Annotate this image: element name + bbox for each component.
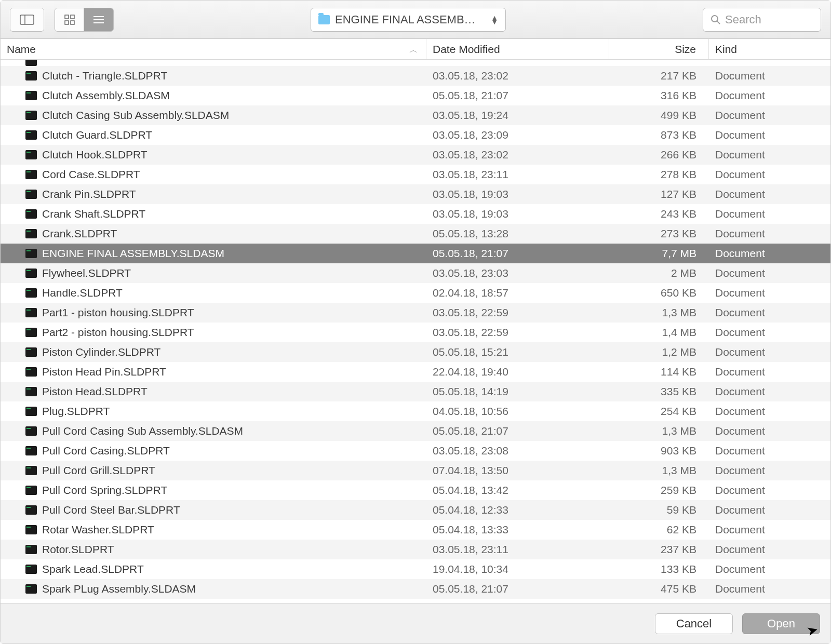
file-list[interactable]: Clutch - Triangle.SLDPRT03.05.18, 23:022… — [1, 60, 830, 603]
table-row[interactable]: Pull Cord Casing.SLDPRT03.05.18, 23:0890… — [1, 441, 830, 461]
table-row[interactable]: Clutch Casing Sub Assembly.SLDASM03.05.1… — [1, 105, 830, 125]
file-size: 114 KB — [609, 366, 709, 378]
file-size: 903 KB — [609, 445, 709, 457]
table-row[interactable]: Part2 - piston housing.SLDPRT03.05.18, 2… — [1, 323, 830, 342]
file-kind: Document — [709, 484, 830, 497]
file-name: Part2 - piston housing.SLDPRT — [42, 326, 194, 339]
file-date: 03.05.18, 23:08 — [426, 445, 609, 457]
file-name: Pull Cord Steel Bar.SLDPRT — [42, 504, 180, 516]
file-size: 1,3 MB — [609, 464, 709, 477]
file-name: Rotor.SLDPRT — [42, 543, 114, 556]
search-placeholder: Search — [725, 13, 761, 26]
file-date: 05.05.18, 13:28 — [426, 227, 609, 240]
sidebar-icon — [20, 15, 34, 25]
svg-rect-3 — [71, 15, 74, 19]
file-icon — [25, 209, 37, 219]
file-icon — [25, 308, 37, 317]
file-date: 03.05.18, 23:09 — [426, 129, 609, 141]
table-row[interactable]: Piston Head Pin.SLDPRT22.04.18, 19:40114… — [1, 362, 830, 382]
file-icon — [25, 150, 37, 159]
header-size[interactable]: Size — [609, 39, 709, 59]
file-icon — [25, 545, 37, 554]
path-dropdown[interactable]: ENGINE FINAL ASSEMB… ▲▼ — [311, 8, 506, 32]
table-row[interactable]: Pull Cord Steel Bar.SLDPRT05.04.18, 12:3… — [1, 500, 830, 520]
sidebar-toggle-button[interactable] — [10, 8, 44, 31]
dialog-footer: Cancel Open — [1, 603, 830, 643]
file-name: Part1 - piston housing.SLDPRT — [42, 306, 194, 319]
table-row[interactable]: Clutch Guard.SLDPRT03.05.18, 23:09873 KB… — [1, 125, 830, 145]
header-name[interactable]: Name 〈 — [1, 39, 426, 59]
table-row[interactable]: Part1 - piston housing.SLDPRT03.05.18, 2… — [1, 303, 830, 323]
view-mode-group — [55, 8, 114, 32]
file-open-dialog: ENGINE FINAL ASSEMB… ▲▼ Search Name 〈 Da… — [0, 0, 831, 644]
file-size: 133 KB — [609, 563, 709, 575]
table-row[interactable]: Piston Head.SLDPRT05.05.18, 14:19335 KBD… — [1, 382, 830, 401]
table-row[interactable]: Spark Lead.SLDPRT19.04.18, 10:34133 KBDo… — [1, 559, 830, 579]
svg-rect-4 — [65, 21, 69, 24]
icon-view-button[interactable] — [55, 8, 84, 31]
table-row[interactable]: Rotar Washer.SLDPRT05.04.18, 13:3362 KBD… — [1, 520, 830, 540]
file-size: 127 KB — [609, 188, 709, 200]
file-name: Plug.SLDPRT — [42, 405, 110, 418]
search-field[interactable]: Search — [703, 8, 821, 32]
file-icon — [25, 111, 37, 120]
file-size: 259 KB — [609, 484, 709, 497]
file-date: 03.05.18, 23:02 — [426, 149, 609, 161]
file-kind: Document — [709, 405, 830, 418]
table-row[interactable]: Clutch Assembly.SLDASM05.05.18, 21:07316… — [1, 86, 830, 105]
list-view-button[interactable] — [84, 8, 113, 31]
file-name: Pull Cord Grill.SLDPRT — [42, 464, 155, 477]
table-row[interactable]: Crank Pin.SLDPRT03.05.18, 19:03127 KBDoc… — [1, 184, 830, 204]
open-button[interactable]: Open — [742, 613, 820, 634]
file-icon — [25, 367, 37, 377]
file-size: 62 KB — [609, 524, 709, 536]
table-row[interactable]: Spark PLug Assembly.SLDASM05.05.18, 21:0… — [1, 579, 830, 599]
file-name: Crank Pin.SLDPRT — [42, 188, 136, 200]
file-kind: Document — [709, 247, 830, 260]
file-kind: Document — [709, 366, 830, 378]
table-row[interactable]: Clutch - Triangle.SLDPRT03.05.18, 23:022… — [1, 66, 830, 86]
table-row[interactable]: Piston Cylinder.SLDPRT05.05.18, 15:211,2… — [1, 342, 830, 362]
file-date: 03.05.18, 22:59 — [426, 306, 609, 319]
svg-line-10 — [717, 21, 720, 24]
file-name: Flywheel.SLDPRT — [42, 267, 131, 279]
file-icon — [25, 269, 37, 278]
file-icon — [25, 130, 37, 140]
table-row[interactable]: Pull Cord Casing Sub Assembly.SLDASM05.0… — [1, 421, 830, 441]
file-name: Rotar Washer.SLDPRT — [42, 524, 154, 536]
file-date: 05.04.18, 13:33 — [426, 524, 609, 536]
file-name: Pull Cord Casing Sub Assembly.SLDASM — [42, 425, 243, 437]
file-kind: Document — [709, 188, 830, 200]
file-icon — [25, 249, 37, 258]
file-kind: Document — [709, 425, 830, 437]
table-row[interactable]: Cord Case.SLDPRT03.05.18, 23:11278 KBDoc… — [1, 165, 830, 184]
cancel-button[interactable]: Cancel — [655, 613, 733, 634]
file-name: Clutch Guard.SLDPRT — [42, 129, 152, 141]
file-date: 19.04.18, 10:34 — [426, 563, 609, 575]
file-icon — [25, 466, 37, 475]
header-date-modified[interactable]: Date Modified — [426, 39, 609, 59]
file-icon — [25, 60, 37, 66]
table-row[interactable]: Plug.SLDPRT04.05.18, 10:56254 KBDocument — [1, 401, 830, 421]
table-row[interactable]: ENGINE FINAL ASSEMBLY.SLDASM05.05.18, 21… — [1, 244, 830, 263]
table-row[interactable]: Handle.SLDPRT02.04.18, 18:57650 KBDocume… — [1, 283, 830, 303]
table-row[interactable]: Clutch Hook.SLDPRT03.05.18, 23:02266 KBD… — [1, 145, 830, 165]
file-icon — [25, 288, 37, 298]
header-kind[interactable]: Kind — [709, 39, 830, 59]
file-name: Spark Lead.SLDPRT — [42, 563, 144, 575]
file-size: 1,4 MB — [609, 326, 709, 339]
file-size: 475 KB — [609, 583, 709, 595]
file-date: 05.05.18, 21:07 — [426, 425, 609, 437]
table-row[interactable]: Pull Cord Grill.SLDPRT07.04.18, 13:501,3… — [1, 461, 830, 480]
file-date: 03.05.18, 23:02 — [426, 70, 609, 82]
table-row[interactable]: Flywheel.SLDPRT03.05.18, 23:032 MBDocume… — [1, 263, 830, 283]
table-row[interactable]: Crank Shaft.SLDPRT03.05.18, 19:03243 KBD… — [1, 204, 830, 224]
table-row[interactable]: Crank.SLDPRT05.05.18, 13:28273 KBDocumen… — [1, 224, 830, 244]
table-row[interactable]: Pull Cord Spring.SLDPRT05.04.18, 13:4225… — [1, 480, 830, 500]
table-row-partial[interactable] — [1, 60, 830, 66]
file-size: 243 KB — [609, 208, 709, 220]
table-row[interactable]: Rotor.SLDPRT03.05.18, 23:11237 KBDocumen… — [1, 540, 830, 559]
file-size: 499 KB — [609, 109, 709, 122]
chevron-updown-icon: ▲▼ — [491, 16, 498, 24]
file-date: 05.05.18, 21:07 — [426, 247, 609, 260]
